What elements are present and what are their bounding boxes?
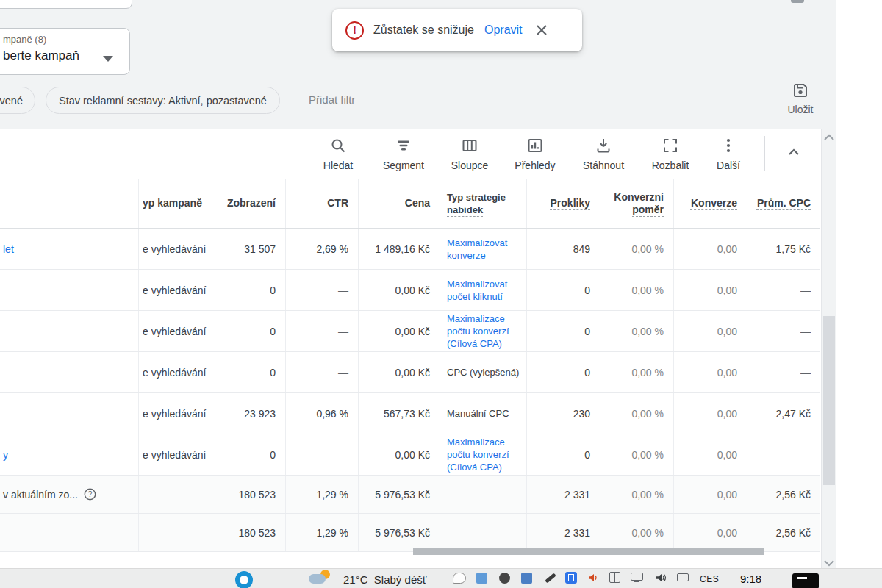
header-avg-cpc[interactable]: Prům. CPC	[747, 179, 820, 228]
tray-blue-app-icon[interactable]	[565, 572, 577, 584]
toolbar-search-button[interactable]: Hledat	[309, 137, 368, 171]
horizontal-scrollbar-thumb[interactable]	[413, 548, 764, 555]
cell-cost: 0,00 Kč	[358, 311, 440, 351]
cell-strategy[interactable]: Maximalizace počtu konverzí (Cílová CPA)	[440, 434, 526, 475]
summary-cell-clicks: 2 331	[526, 476, 600, 513]
toolbar-label: Přehledy	[506, 159, 564, 171]
cell-conversions: 0,00	[673, 352, 747, 392]
header-label: Konverze	[691, 197, 737, 209]
header-conversions[interactable]: Konverze	[673, 179, 747, 228]
volume-alert-icon[interactable]	[587, 572, 599, 587]
add-filter-button[interactable]: Přidat filtr	[309, 93, 355, 106]
summary-cell-impressions: 180 523	[212, 476, 285, 513]
summary-cell-conv-rate: 0,00 %	[600, 514, 673, 551]
table-row: e vyhledávání0—0,00 KčCPC (vylepšená)00,…	[0, 352, 820, 393]
chevron-down-icon	[103, 56, 113, 62]
cell-ctr: 2,69 %	[285, 229, 358, 269]
tray-camera-icon[interactable]	[499, 573, 510, 584]
cell-avg-cpc: 1,75 Kč	[747, 229, 820, 269]
header-impressions[interactable]: Zobrazení	[212, 179, 285, 228]
toast-fix-link[interactable]: Opravit	[484, 24, 523, 37]
filter-pill-campaign-status[interactable]: vené	[0, 87, 35, 114]
tray-window-icon-2[interactable]	[521, 573, 532, 584]
cell-avg-cpc: —	[747, 270, 820, 310]
partial-search-box[interactable]	[0, 0, 132, 9]
cell-strategy[interactable]: Maximalizovat konverze	[440, 229, 526, 269]
cell-name[interactable]: let	[0, 229, 138, 269]
campaign-selector-dropdown[interactable]: mpaně (8) berte kampaň	[0, 28, 130, 75]
taskbar-clock[interactable]: 9:18	[740, 573, 761, 585]
taskbar-terminal-icon[interactable]	[792, 573, 819, 588]
summary-cell-ctr: 1,29 %	[285, 476, 358, 513]
filter-pill-ad-group-status[interactable]: Stav reklamní sestavy: Aktivní, pozastav…	[46, 87, 280, 114]
cell-conversions: 0,00	[673, 270, 747, 310]
toolbar-columns-button[interactable]: Sloupce	[440, 137, 499, 171]
toolbar-reports-button[interactable]: Přehledy	[506, 137, 564, 171]
toolbar-expand-button[interactable]: Rozbalit	[641, 137, 700, 171]
filter-pill-label: Stav reklamní sestavy: Aktivní, pozastav…	[59, 95, 267, 107]
header-label: Cena	[405, 197, 430, 209]
toolbar-download-button[interactable]: Stáhnout	[574, 137, 633, 171]
vertical-scrollbar-thumb[interactable]	[823, 316, 835, 485]
chat-bubble-icon[interactable]	[453, 573, 466, 584]
tray-window-icon-1[interactable]	[476, 573, 487, 584]
cell-name	[0, 270, 138, 310]
collapse-table-button[interactable]	[785, 143, 803, 164]
toolbar-more-button[interactable]: Další	[699, 137, 758, 171]
cell-cost: 1 489,16 Kč	[358, 229, 440, 269]
cell-cost: 0,00 Kč	[358, 434, 440, 475]
scroll-up-icon[interactable]	[823, 131, 835, 144]
header-ctr[interactable]: CTR	[285, 179, 358, 228]
cell-impressions: 0	[212, 311, 285, 351]
summary-cell-cost: 5 976,53 Kč	[358, 476, 440, 513]
save-button[interactable]: Uložit	[779, 82, 822, 115]
header-cost[interactable]: Cena	[358, 179, 440, 228]
cell-impressions: 0	[212, 352, 285, 392]
cell-strategy[interactable]: Maximalizovat počet kliknutí	[440, 270, 526, 310]
expand-icon	[662, 137, 679, 154]
tray-package-icon[interactable]	[609, 572, 620, 583]
cell-type: e vyhledávání	[138, 270, 212, 310]
search-icon	[329, 137, 347, 154]
reports-icon	[526, 137, 544, 154]
campaign-table: yp kampaně Zobrazení CTR Cena Typ strate…	[0, 179, 820, 552]
tray-pen-icon[interactable]	[545, 573, 556, 583]
help-icon[interactable]: ?	[84, 488, 96, 501]
cell-avg-cpc: —	[747, 352, 820, 392]
cell-clicks: 0	[526, 311, 600, 351]
summary-cell-impressions: 180 523	[212, 514, 285, 551]
header-bid-strategy[interactable]: Typ strategie nabídek	[440, 179, 526, 228]
summary-cell-conversions: 0,00	[673, 476, 747, 513]
cell-strategy: CPC (vylepšená)	[440, 352, 526, 392]
toolbar-segment-button[interactable]: Segment	[374, 137, 433, 171]
cell-clicks: 0	[526, 352, 600, 392]
taskbar-app-icon[interactable]	[235, 571, 253, 588]
tray-display-icon[interactable]	[677, 573, 689, 581]
volume-icon[interactable]	[655, 572, 667, 587]
cell-avg-cpc: —	[747, 434, 820, 475]
cell-conv-rate: 0,00 %	[600, 393, 673, 434]
language-indicator[interactable]: CES	[700, 574, 719, 584]
toolbar-label: Hledat	[309, 159, 368, 171]
toolbar-label: Segment	[374, 159, 433, 171]
weather-widget[interactable]: 21°C Slabý déšť	[343, 573, 426, 586]
header-clicks[interactable]: Prokliky	[526, 179, 600, 228]
cell-ctr: 0,96 %	[285, 393, 358, 434]
summary-cell-avg-cpc: 2,56 Kč	[747, 514, 820, 551]
cell-name[interactable]: y	[0, 434, 138, 475]
cell-conv-rate: 0,00 %	[600, 311, 673, 351]
cell-strategy[interactable]: Maximalizace počtu konverzí (Cílová CPA)	[440, 311, 526, 351]
campaign-selector-value: berte kampaň	[3, 49, 79, 63]
header-label: CTR	[327, 197, 348, 209]
campaign-table-card: Hledat Segment Sloupce Přehledy Stáhnout…	[0, 129, 822, 568]
header-campaign-type[interactable]: yp kampaně	[138, 179, 212, 228]
segment-icon	[395, 137, 412, 154]
cell-clicks: 849	[526, 229, 600, 269]
header-conversion-rate[interactable]: Konverzní poměr	[600, 179, 673, 228]
cell-clicks: 230	[526, 393, 600, 434]
icon-detail	[568, 574, 574, 581]
close-icon[interactable]	[536, 24, 548, 36]
tray-monitor-icon[interactable]	[631, 573, 643, 581]
header-name	[0, 179, 138, 228]
cell-impressions: 0	[212, 434, 285, 475]
